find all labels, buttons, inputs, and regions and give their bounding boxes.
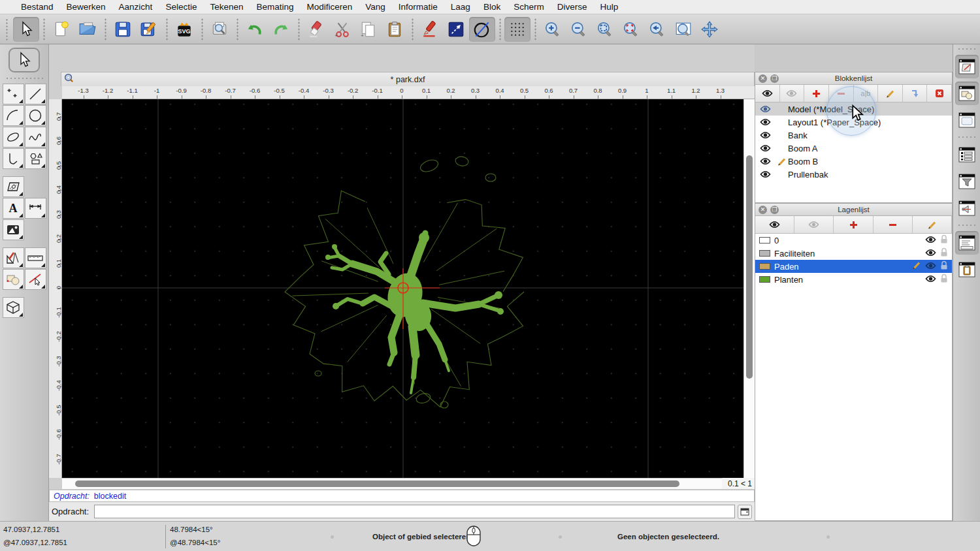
layer-row[interactable]: Planten <box>755 273 952 286</box>
dock-drag-handle[interactable] <box>957 47 977 52</box>
eye-icon[interactable] <box>755 118 775 126</box>
dock-blank-view-button[interactable] <box>955 108 979 132</box>
save-as-button[interactable] <box>136 17 162 42</box>
eye-icon[interactable] <box>925 236 936 245</box>
remove-block-button[interactable] <box>829 85 854 102</box>
eye-icon[interactable] <box>755 105 775 113</box>
tool-shapes-button[interactable] <box>25 148 46 169</box>
tool-dimension-button[interactable] <box>25 198 46 219</box>
dock-list-view-button[interactable] <box>955 143 979 166</box>
redo-button[interactable] <box>268 17 294 42</box>
palette-drag-handle[interactable] <box>5 76 43 82</box>
menu-aanzicht[interactable]: Aanzicht <box>112 2 159 12</box>
rename-block-button[interactable]: a|b <box>854 85 879 102</box>
menu-selectie[interactable]: Selectie <box>159 2 203 12</box>
circle-line-button[interactable] <box>469 17 495 42</box>
draw-pencil-button[interactable] <box>417 17 443 42</box>
tool-measure-button[interactable] <box>25 247 46 268</box>
layer-color-swatch[interactable] <box>759 237 770 244</box>
open-folder-button[interactable] <box>74 17 101 42</box>
block-row[interactable]: Bank <box>755 129 952 142</box>
visibility-off-button[interactable] <box>794 216 834 233</box>
tool-circle-button[interactable] <box>25 105 46 126</box>
tool-cad-tools-button[interactable] <box>3 247 24 268</box>
insert-block-button[interactable] <box>903 85 928 102</box>
save-button[interactable] <box>110 17 136 42</box>
tool-spline-button[interactable] <box>25 127 46 148</box>
dock-block-shapes-button[interactable] <box>955 82 979 105</box>
eye-icon[interactable] <box>925 249 936 259</box>
layer-color-swatch[interactable] <box>759 263 770 270</box>
selection-tool-button[interactable] <box>8 48 40 72</box>
dock-command-history-button[interactable] <box>955 231 979 255</box>
zoom-window-button[interactable] <box>670 17 696 42</box>
menu-hulp[interactable]: Hulp <box>593 2 625 12</box>
zoom-out-button[interactable] <box>566 17 592 42</box>
tool-arc-button[interactable] <box>3 105 24 126</box>
dock-property-editor-button[interactable] <box>955 55 979 78</box>
visibility-off-button[interactable] <box>780 85 805 102</box>
layer-row[interactable]: Paden <box>755 260 952 273</box>
visibility-on-button[interactable] <box>755 85 780 102</box>
lock-icon[interactable] <box>940 234 948 246</box>
tool-hatch-button[interactable] <box>3 176 24 197</box>
copy-button[interactable]: + <box>355 17 382 42</box>
edit-layer-button[interactable] <box>913 216 952 233</box>
zoom-selection-button[interactable] <box>618 17 644 42</box>
svg-export-button[interactable]: SVG <box>171 17 197 42</box>
layer-color-swatch[interactable] <box>759 250 770 257</box>
print-preview-button[interactable] <box>206 17 233 42</box>
menu-modificeren[interactable]: Modificeren <box>301 2 359 12</box>
zoom-in-button[interactable] <box>540 17 566 42</box>
menu-laag[interactable]: Laag <box>444 2 477 12</box>
tool-points-button[interactable] <box>3 84 24 104</box>
menu-informatie[interactable]: Informatie <box>392 2 444 12</box>
vertical-scrollbar[interactable] <box>743 99 755 478</box>
tool-text-button[interactable]: A <box>3 198 24 219</box>
eye-icon[interactable] <box>755 144 775 152</box>
dock-filter-view-button[interactable] <box>955 170 979 193</box>
eye-icon[interactable] <box>925 262 936 272</box>
document-titlebar[interactable]: * park.dxf <box>61 72 755 86</box>
tool-polyline-button[interactable] <box>3 148 24 169</box>
tool-select-line-button[interactable] <box>25 269 46 290</box>
command-input[interactable] <box>94 505 735 518</box>
grid-toggle-button[interactable] <box>504 17 531 42</box>
edit-block-button[interactable] <box>878 85 903 102</box>
hscroll-thumb[interactable] <box>75 480 679 487</box>
menu-bemating[interactable]: Bemating <box>250 2 300 12</box>
add-layer-button[interactable] <box>834 216 873 233</box>
lock-icon[interactable] <box>940 247 948 259</box>
eye-icon[interactable] <box>755 131 775 139</box>
layer-row[interactable]: Faciliteiten <box>755 247 952 260</box>
menu-blok[interactable]: Blok <box>477 2 507 12</box>
tool-image-button[interactable] <box>3 219 24 240</box>
eraser-button[interactable] <box>303 17 329 42</box>
drawing-canvas[interactable] <box>62 99 743 478</box>
menu-bestand[interactable]: Bestand <box>14 2 60 12</box>
menu-tekenen[interactable]: Tekenen <box>203 2 250 12</box>
block-row[interactable]: Boom B <box>755 155 952 168</box>
remove-layer-button[interactable] <box>874 216 913 233</box>
eye-icon[interactable] <box>925 275 936 285</box>
cut-button[interactable]: + <box>329 17 355 42</box>
lock-icon[interactable] <box>940 260 948 272</box>
toolbar-drag-handle[interactable] <box>5 18 10 40</box>
command-window-button[interactable] <box>738 505 752 519</box>
menu-scherm[interactable]: Scherm <box>507 2 551 12</box>
dock-library-browser-button[interactable] <box>955 197 979 220</box>
zoom-auto-button[interactable] <box>592 17 618 42</box>
block-row[interactable]: Prullenbak <box>755 168 952 181</box>
tool-line-button[interactable] <box>25 84 46 104</box>
layer-row[interactable]: 0 <box>755 234 952 247</box>
float-icon[interactable]: ❐ <box>770 74 779 83</box>
block-row[interactable]: Model (*Model_Space) <box>755 102 952 116</box>
close-icon[interactable]: ✕ <box>759 74 767 83</box>
zoom-previous-button[interactable] <box>644 17 670 42</box>
tool-ellipse-button[interactable] <box>3 127 24 148</box>
float-icon[interactable]: ❐ <box>770 206 779 214</box>
eye-icon[interactable] <box>755 170 775 178</box>
new-file-button[interactable] <box>48 17 74 42</box>
paste-button[interactable] <box>382 17 408 42</box>
menu-vang[interactable]: Vang <box>359 2 392 12</box>
